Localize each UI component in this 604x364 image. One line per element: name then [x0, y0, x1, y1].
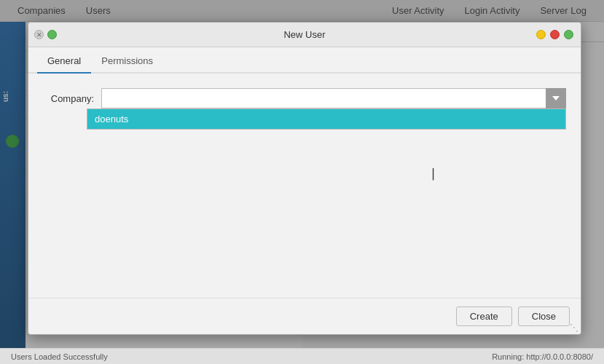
modal-footer: Create Close — [28, 298, 581, 334]
close-x-button[interactable]: ✕ — [34, 30, 44, 39]
modal-window-controls: ✕ — [34, 30, 57, 39]
company-label: Company: — [43, 93, 94, 104]
traffic-light-red[interactable] — [550, 30, 560, 39]
resize-handle[interactable]: ⋱ — [569, 323, 579, 333]
modal-title: New User — [283, 29, 325, 40]
modal-tabs: General Permissions — [28, 47, 581, 74]
modal-titlebar: ✕ New User — [28, 23, 581, 47]
close-button[interactable]: Close — [518, 306, 570, 326]
minimize-button[interactable] — [47, 30, 57, 39]
tab-permissions[interactable]: Permissions — [91, 50, 163, 74]
status-left: Users Loaded Successfully — [11, 352, 108, 361]
create-button[interactable]: Create — [456, 306, 512, 326]
company-dropdown-button[interactable] — [546, 88, 566, 108]
close-x-icon: ✕ — [36, 31, 42, 39]
new-user-modal: ✕ New User General Permissions Company: — [28, 22, 581, 335]
traffic-lights — [536, 30, 573, 39]
company-dropdown-list: doenuts — [87, 108, 566, 130]
tab-general[interactable]: General — [37, 50, 91, 74]
status-bar: Users Loaded Successfully Running: http:… — [0, 348, 604, 364]
company-field-row: Company: — [43, 88, 566, 108]
dropdown-item-doenuts[interactable]: doenuts — [87, 109, 565, 129]
cursor-indicator: ▏ — [433, 168, 441, 180]
dropdown-arrow-icon — [552, 96, 560, 100]
traffic-light-yellow[interactable] — [536, 30, 546, 39]
company-input[interactable] — [101, 88, 566, 108]
traffic-light-green[interactable] — [564, 30, 573, 39]
modal-content: Company: doenuts ▏ — [28, 74, 581, 298]
company-input-wrapper — [101, 88, 566, 108]
resize-icon: ⋱ — [570, 323, 578, 333]
status-right: Running: http://0.0.0.0:8080/ — [492, 352, 593, 361]
